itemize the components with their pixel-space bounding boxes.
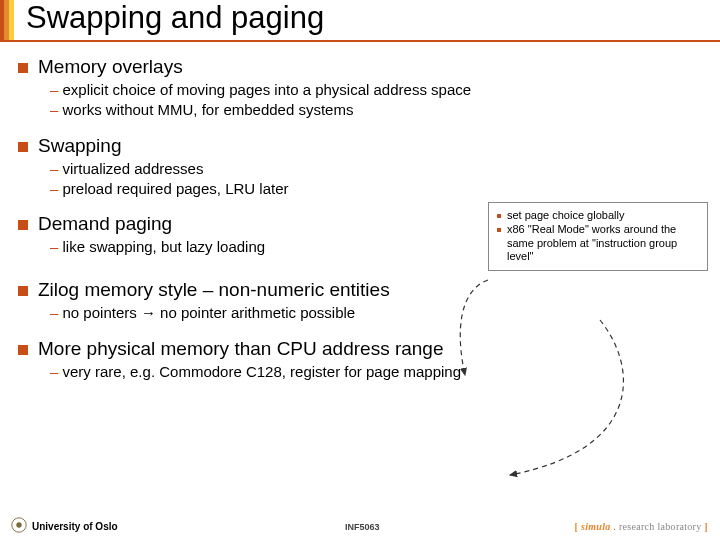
section-memory-overlays: Memory overlays explicit choice of movin… (18, 56, 710, 121)
footer-course: INF5063 (345, 522, 380, 532)
note-item: x86 "Real Mode" works around the same pr… (507, 223, 699, 264)
title-underline (0, 40, 720, 42)
sub-item: virtualized addresses (50, 160, 203, 177)
bullet-icon (497, 214, 501, 218)
footer-uio: University of Oslo (32, 521, 118, 532)
sub-item: very rare, e.g. Commodore C128, register… (50, 363, 461, 380)
section-heading: Zilog memory style – non-numeric entitie… (38, 279, 390, 301)
bullet-icon (18, 345, 28, 355)
bullet-icon (497, 228, 501, 232)
annotation-box: set page choice globally x86 "Real Mode"… (488, 202, 708, 271)
sub-item: preload required pages, LRU later (50, 180, 288, 197)
title-accent (0, 0, 14, 42)
footer-simula: [ simula . research laboratory ] (575, 521, 708, 532)
section-heading: Swapping (38, 135, 121, 157)
bullet-icon (18, 286, 28, 296)
section-heading: Demand paging (38, 213, 172, 235)
sub-item: like swapping, but lazy loading (50, 238, 265, 255)
footer: University of Oslo INF5063 [ simula . re… (0, 514, 720, 534)
title-bar: Swapping and paging (0, 0, 720, 48)
slide-title: Swapping and paging (26, 0, 324, 36)
sub-item: works without MMU, for embedded systems (50, 101, 353, 118)
sub-item: explicit choice of moving pages into a p… (50, 81, 471, 98)
section-heading: Memory overlays (38, 56, 183, 78)
note-item: set page choice globally (507, 209, 624, 223)
section-swapping: Swapping virtualized addresses preload r… (18, 135, 710, 200)
sub-item: no pointers → no pointer arithmetic poss… (50, 304, 355, 321)
bullet-icon (18, 63, 28, 73)
bullet-icon (18, 220, 28, 230)
svg-point-1 (16, 522, 21, 527)
section-heading: More physical memory than CPU address ra… (38, 338, 444, 360)
bullet-icon (18, 142, 28, 152)
section-more-physical: More physical memory than CPU address ra… (18, 338, 710, 382)
section-zilog: Zilog memory style – non-numeric entitie… (18, 279, 710, 323)
uio-logo-icon (10, 516, 28, 534)
